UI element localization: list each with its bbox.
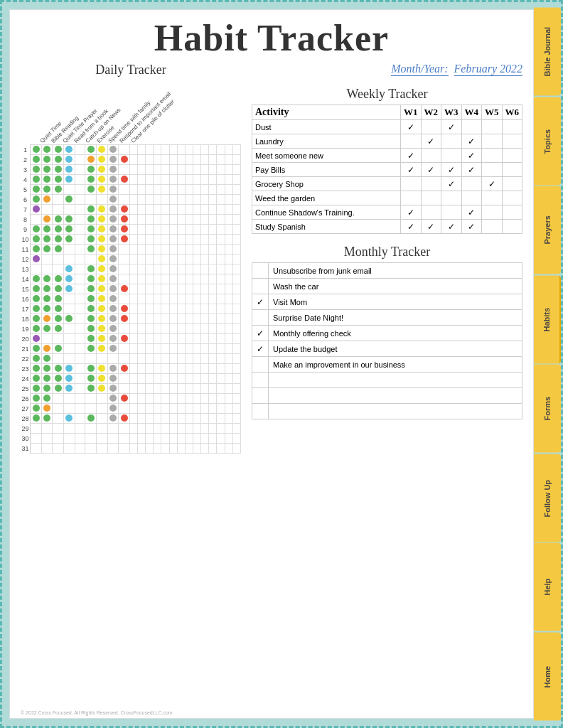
habit-cell[interactable] [53, 225, 64, 235]
habit-cell[interactable] [31, 414, 42, 424]
habit-cell[interactable] [53, 255, 64, 264]
habit-cell[interactable] [107, 434, 119, 444]
habit-cell[interactable] [107, 324, 119, 334]
habit-cell[interactable] [75, 414, 85, 424]
habit-cell[interactable] [85, 205, 97, 215]
habit-cell[interactable] [75, 195, 85, 205]
habit-cell[interactable] [119, 344, 130, 354]
habit-cell[interactable] [75, 284, 85, 294]
habit-cell[interactable] [41, 155, 53, 165]
habit-cell[interactable] [75, 255, 85, 264]
habit-cell[interactable] [31, 145, 42, 155]
habit-cell[interactable] [85, 424, 97, 434]
week-check-w5[interactable] [482, 220, 503, 234]
habit-cell[interactable] [31, 294, 42, 304]
habit-cell[interactable] [97, 444, 108, 454]
habit-cell[interactable] [75, 364, 85, 374]
habit-cell[interactable] [53, 354, 64, 364]
habit-cell[interactable] [64, 444, 75, 454]
week-check-w4[interactable]: ✓ [461, 149, 482, 163]
habit-cell[interactable] [75, 434, 85, 444]
week-check-w4[interactable] [461, 191, 482, 205]
habit-cell[interactable] [53, 175, 64, 185]
habit-cell[interactable] [97, 205, 108, 215]
habit-cell[interactable] [64, 215, 75, 225]
habit-cell[interactable] [64, 255, 75, 264]
habit-cell[interactable] [107, 284, 119, 294]
habit-cell[interactable] [53, 404, 64, 414]
habit-cell[interactable] [107, 215, 119, 225]
habit-cell[interactable] [97, 245, 108, 255]
tab-habits[interactable]: Habits [534, 276, 561, 364]
habit-cell[interactable] [41, 414, 53, 424]
week-check-w6[interactable] [502, 220, 522, 234]
habit-cell[interactable] [31, 404, 42, 414]
habit-cell[interactable] [41, 294, 53, 304]
habit-cell[interactable] [119, 404, 130, 414]
habit-cell[interactable] [53, 215, 64, 225]
week-check-w2[interactable] [421, 205, 441, 220]
habit-cell[interactable] [97, 294, 108, 304]
habit-cell[interactable] [31, 284, 42, 294]
habit-cell[interactable] [107, 165, 119, 175]
habit-cell[interactable] [64, 414, 75, 424]
habit-cell[interactable] [31, 434, 42, 444]
habit-cell[interactable] [41, 304, 53, 314]
habit-cell[interactable] [119, 255, 130, 264]
monthly-check[interactable] [252, 279, 269, 294]
habit-cell[interactable] [31, 175, 42, 185]
week-check-w1[interactable] [401, 177, 422, 191]
habit-cell[interactable] [119, 314, 130, 324]
habit-cell[interactable] [119, 264, 130, 274]
habit-cell[interactable] [75, 145, 85, 155]
habit-cell[interactable] [53, 205, 64, 215]
habit-cell[interactable] [31, 314, 42, 324]
habit-cell[interactable] [97, 354, 108, 364]
habit-cell[interactable] [41, 185, 53, 195]
tab-topics[interactable]: Topics [534, 97, 561, 186]
week-check-w1[interactable]: ✓ [401, 205, 422, 220]
habit-cell[interactable] [75, 314, 85, 324]
habit-cell[interactable] [107, 235, 119, 245]
habit-cell[interactable] [107, 294, 119, 304]
habit-cell[interactable] [97, 264, 108, 274]
habit-cell[interactable] [75, 175, 85, 185]
habit-cell[interactable] [75, 215, 85, 225]
week-check-w3[interactable]: ✓ [441, 220, 462, 234]
habit-cell[interactable] [31, 424, 42, 434]
habit-cell[interactable] [119, 205, 130, 215]
habit-cell[interactable] [107, 255, 119, 264]
monthly-check[interactable] [252, 263, 269, 279]
tab-prayers[interactable]: Prayers [534, 186, 561, 274]
habit-cell[interactable] [107, 334, 119, 344]
habit-cell[interactable] [53, 424, 64, 434]
habit-cell[interactable] [64, 274, 75, 284]
habit-cell[interactable] [75, 225, 85, 235]
habit-cell[interactable] [41, 145, 53, 155]
habit-cell[interactable] [107, 424, 119, 434]
habit-cell[interactable] [97, 155, 108, 165]
week-check-w1[interactable]: ✓ [401, 120, 422, 134]
habit-cell[interactable] [41, 334, 53, 344]
week-check-w4[interactable] [461, 177, 482, 191]
monthly-check[interactable] [252, 404, 269, 419]
habit-cell[interactable] [75, 384, 85, 394]
habit-cell[interactable] [64, 404, 75, 414]
habit-cell[interactable] [97, 384, 108, 394]
habit-cell[interactable] [119, 195, 130, 205]
habit-cell[interactable] [85, 354, 97, 364]
habit-cell[interactable] [85, 404, 97, 414]
habit-cell[interactable] [75, 165, 85, 175]
habit-cell[interactable] [85, 255, 97, 264]
habit-cell[interactable] [97, 424, 108, 434]
habit-cell[interactable] [53, 384, 64, 394]
habit-cell[interactable] [85, 384, 97, 394]
habit-cell[interactable] [31, 344, 42, 354]
week-check-w3[interactable]: ✓ [441, 120, 462, 134]
monthly-check[interactable]: ✓ [252, 341, 269, 357]
habit-cell[interactable] [41, 444, 53, 454]
habit-cell[interactable] [85, 264, 97, 274]
habit-cell[interactable] [97, 284, 108, 294]
week-check-w6[interactable] [502, 120, 522, 134]
week-check-w6[interactable] [502, 163, 522, 177]
